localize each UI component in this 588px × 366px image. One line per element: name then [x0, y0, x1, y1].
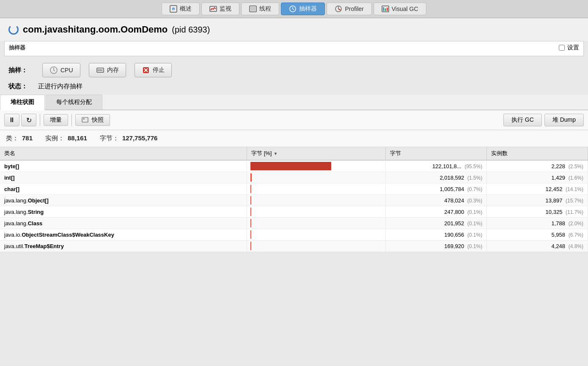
tab-sampler-label: 抽样器 — [299, 5, 317, 13]
snapshot-icon — [82, 117, 90, 124]
cell-instances: 2,228 (2.5%) — [487, 160, 588, 172]
cell-instances: 1,788 (2.0%) — [487, 218, 588, 229]
col-instances-label: 实例数 — [491, 150, 508, 156]
sampling-row: 抽样： CPU 内存 停止 — [0, 59, 588, 82]
memory-button-label: 内存 — [107, 66, 119, 74]
bar-outer — [250, 162, 335, 170]
table-row[interactable]: java.io.ObjectStreamClass$WeakClassKey19… — [0, 229, 588, 240]
col-header-name[interactable]: 类名 — [0, 147, 247, 160]
memory-button[interactable]: 内存 — [89, 63, 126, 77]
tab-profiler-label: Profiler — [345, 5, 363, 12]
data-table: 类名 字节 [%] ▼ 字节 实例数 byte[]122,101,8... (9… — [0, 147, 588, 252]
sub-tabs: 堆柱状图 每个线程分配 — [0, 95, 588, 110]
sampler-panel: 抽样器 设置 — [4, 41, 584, 56]
stats-row: 类： 781 实例： 88,161 字节： 127,755,776 — [0, 130, 588, 147]
cell-name: int[] — [0, 172, 247, 183]
cell-bar — [247, 160, 386, 172]
cell-bytes: 478,024 (0.3%) — [386, 195, 487, 206]
table-row[interactable]: java.lang.String247,800 (0.1%)10,325 (11… — [0, 206, 588, 218]
tab-heap-histogram[interactable]: 堆柱状图 — [0, 95, 45, 110]
instances-pct: (2.0%) — [569, 221, 583, 227]
col-bytes-pct-label: 字节 [%] ▼ — [251, 150, 381, 157]
cell-bytes: 2,018,592 (1.5%) — [386, 172, 487, 183]
class-label: 类： — [6, 134, 19, 142]
tab-visualgc[interactable]: Visual GC — [374, 3, 426, 15]
refresh-button[interactable]: ↻ — [21, 114, 36, 126]
cell-name: char[] — [0, 183, 247, 195]
refresh-icon: ↻ — [26, 116, 32, 124]
bar-outer — [250, 219, 335, 227]
table-row[interactable]: byte[]122,101,8... (95.5%)2,228 (2.5%) — [0, 160, 588, 172]
bytes-pct: (0.1%) — [467, 221, 482, 227]
table-row[interactable]: java.util.TreeMap$Entry169,920 (0.1%)4,2… — [0, 240, 588, 252]
col-header-bytes[interactable]: 字节 — [386, 147, 487, 160]
bytes-pct: (0.1%) — [467, 209, 482, 215]
memory-icon — [96, 66, 104, 74]
bar-outer — [250, 173, 335, 182]
cell-bytes: 122,101,8... (95.5%) — [386, 160, 487, 172]
cell-bytes: 190,656 (0.1%) — [386, 229, 487, 240]
cell-name: java.io.ObjectStreamClass$WeakClassKey — [0, 229, 247, 240]
table-row[interactable]: java.lang.Class201,952 (0.1%)1,788 (2.0%… — [0, 218, 588, 229]
app-title: com.javashitang.oom.OomDemo — [23, 24, 168, 35]
cell-instances: 13,897 (15.7%) — [487, 195, 588, 206]
svg-rect-25 — [82, 117, 88, 122]
stop-button[interactable]: 停止 — [135, 63, 172, 77]
cell-name: byte[] — [0, 160, 247, 172]
instances-pct: (14.1%) — [566, 186, 583, 192]
cpu-icon — [49, 66, 58, 74]
sampler-panel-title: 抽样器 — [9, 44, 25, 52]
instance-stat: 实例： 88,161 — [45, 134, 87, 142]
sampler-icon — [289, 5, 297, 13]
col-name-label: 类名 — [4, 150, 15, 156]
col-header-instances[interactable]: 实例数 — [487, 147, 588, 160]
settings-label: 设置 — [567, 44, 579, 52]
tab-per-thread[interactable]: 每个线程分配 — [46, 95, 102, 109]
svg-rect-15 — [387, 8, 388, 11]
settings-area: 设置 — [559, 44, 579, 52]
table-row[interactable]: int[]2,018,592 (1.5%)1,429 (1.6%) — [0, 172, 588, 183]
cell-bar — [247, 240, 386, 252]
tab-overview[interactable]: i 概述 — [162, 3, 200, 15]
col-header-bytes-pct[interactable]: 字节 [%] ▼ — [247, 147, 386, 160]
snapshot-button[interactable]: 快照 — [75, 114, 110, 126]
bytes-pct: (0.3%) — [467, 198, 482, 204]
table-row[interactable]: java.lang.Object[]478,024 (0.3%)13,897 (… — [0, 195, 588, 206]
pause-button[interactable]: ⏸ — [4, 114, 19, 126]
class-value: 781 — [22, 134, 33, 142]
svg-rect-14 — [385, 8, 386, 11]
bar-outer — [250, 208, 335, 216]
heap-dump-button[interactable]: 堆 Dump — [544, 114, 584, 126]
tab-threads[interactable]: 线程 — [241, 3, 279, 15]
stop-icon — [142, 66, 150, 74]
toolbar-divider-1 — [40, 114, 40, 126]
tab-visualgc-label: Visual GC — [392, 5, 418, 12]
bytes-stat: 字节： 127,755,776 — [100, 134, 157, 142]
threads-icon — [249, 5, 257, 13]
cell-bytes: 1,005,784 (0.7%) — [386, 183, 487, 195]
bytes-value: 127,755,776 — [122, 134, 157, 142]
cell-bytes: 169,920 (0.1%) — [386, 240, 487, 252]
toolbar: ⏸ ↻ 增量 快照 执行 GC 堆 Dump — [0, 110, 588, 130]
cpu-button[interactable]: CPU — [42, 63, 80, 77]
tab-sampler[interactable]: 抽样器 — [281, 3, 325, 15]
instances-pct: (4.8%) — [569, 243, 583, 249]
tab-monitor[interactable]: 监视 — [201, 3, 239, 15]
bar-outer — [250, 230, 335, 239]
bar-outer — [250, 242, 335, 250]
monitor-icon — [209, 5, 217, 13]
gc-button[interactable]: 执行 GC — [503, 114, 542, 126]
bar-outer — [250, 196, 335, 205]
table-row[interactable]: char[]1,005,784 (0.7%)12,452 (14.1%) — [0, 183, 588, 195]
cpu-button-label: CPU — [60, 67, 73, 74]
cell-bar — [247, 218, 386, 229]
increment-button[interactable]: 增量 — [44, 114, 68, 126]
svg-rect-13 — [383, 7, 384, 11]
settings-checkbox[interactable] — [559, 45, 565, 51]
instances-pct: (11.7%) — [566, 209, 583, 215]
sort-desc-icon: ▼ — [273, 151, 278, 156]
cell-bar — [247, 229, 386, 240]
tab-profiler[interactable]: Profiler — [327, 3, 371, 15]
sampling-label: 抽样： — [8, 66, 34, 74]
bytes-pct: (0.7%) — [467, 186, 482, 192]
